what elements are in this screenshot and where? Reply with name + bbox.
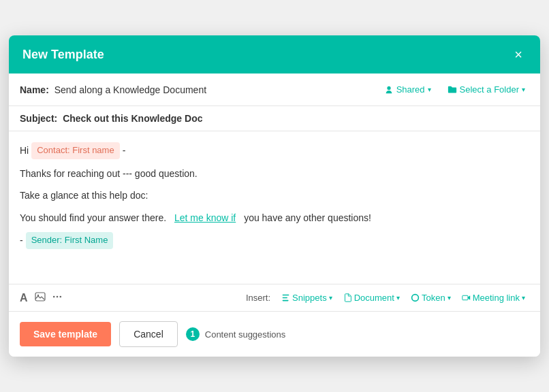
insert-label: Insert: [246, 293, 270, 303]
token-button[interactable]: Token ▾ [407, 291, 455, 304]
new-template-modal: New Template × Name: Send along a Knowle… [9, 35, 540, 357]
folder-icon [448, 85, 457, 95]
subject-label: Subject: [20, 113, 57, 124]
name-row: Name: Send along a Knowledge Document Sh… [9, 74, 540, 106]
token-icon [411, 293, 420, 302]
svg-point-2 [52, 296, 54, 298]
sender-first-name-token[interactable]: Sender: First Name [26, 232, 114, 249]
subject-value: Check out this Knowledge Doc [63, 113, 202, 124]
meeting-link-button[interactable]: Meeting link ▾ [458, 291, 529, 304]
content-suggestions: 1 Content suggestions [186, 327, 286, 341]
svg-rect-6 [283, 297, 287, 299]
editor-line-1: Hi Contact: First name - [20, 142, 529, 159]
meeting-icon [462, 293, 471, 302]
let-me-know-link[interactable]: Let me know if [174, 210, 236, 225]
person-icon [384, 85, 394, 95]
close-button[interactable]: × [510, 46, 527, 63]
contact-first-name-token[interactable]: Contact: First name [31, 142, 119, 159]
more-options-icon[interactable] [52, 292, 62, 304]
folder-chevron-icon: ▾ [522, 86, 525, 93]
suggestions-label: Content suggestions [205, 329, 286, 340]
document-button[interactable]: Document ▾ [339, 291, 404, 304]
shared-chevron-icon: ▾ [428, 86, 431, 93]
modal-header: New Template × [9, 35, 540, 74]
toolbar-right: Insert: Snippets ▾ Document [246, 291, 529, 304]
modal-body: Name: Send along a Knowledge Document Sh… [9, 74, 540, 311]
editor-toolbar: A Insert: [9, 284, 540, 311]
snippets-chevron-icon: ▾ [329, 294, 332, 301]
select-folder-button[interactable]: Select a Folder ▾ [443, 82, 529, 97]
suggestion-badge: 1 [186, 327, 200, 341]
toolbar-left: A [20, 291, 62, 304]
snippets-button[interactable]: Snippets ▾ [277, 291, 336, 304]
shared-button[interactable]: Shared ▾ [380, 82, 435, 97]
editor-line-4: You should find your answer there. Let m… [20, 210, 529, 225]
modal-footer: Save template Cancel 1 Content suggestio… [9, 311, 540, 357]
svg-rect-5 [283, 295, 289, 296]
editor-line-5: - Sender: First Name [20, 232, 529, 249]
format-text-icon[interactable]: A [20, 292, 28, 304]
cancel-button[interactable]: Cancel [119, 321, 178, 347]
meeting-chevron-icon: ▾ [522, 294, 525, 301]
editor-line-2: Thanks for reaching out --- good questio… [20, 166, 529, 181]
document-chevron-icon: ▾ [396, 294, 400, 301]
save-template-button[interactable]: Save template [20, 322, 111, 346]
svg-rect-7 [283, 300, 289, 301]
subject-row: Subject: Check out this Knowledge Doc [9, 106, 540, 131]
snippets-icon [281, 293, 290, 302]
token-chevron-icon: ▾ [448, 294, 451, 301]
name-actions: Shared ▾ Select a Folder ▾ [380, 82, 529, 97]
modal-title: New Template [22, 48, 104, 62]
svg-rect-8 [462, 295, 467, 300]
svg-point-3 [56, 296, 58, 298]
name-field: Name: Send along a Knowledge Document [20, 84, 206, 95]
svg-rect-0 [35, 293, 45, 301]
editor-area[interactable]: Hi Contact: First name - Thanks for reac… [9, 131, 540, 281]
image-icon[interactable] [35, 291, 46, 304]
document-icon [343, 293, 352, 302]
svg-point-4 [59, 296, 61, 298]
editor-line-3: Take a glance at this help doc: [20, 188, 529, 203]
